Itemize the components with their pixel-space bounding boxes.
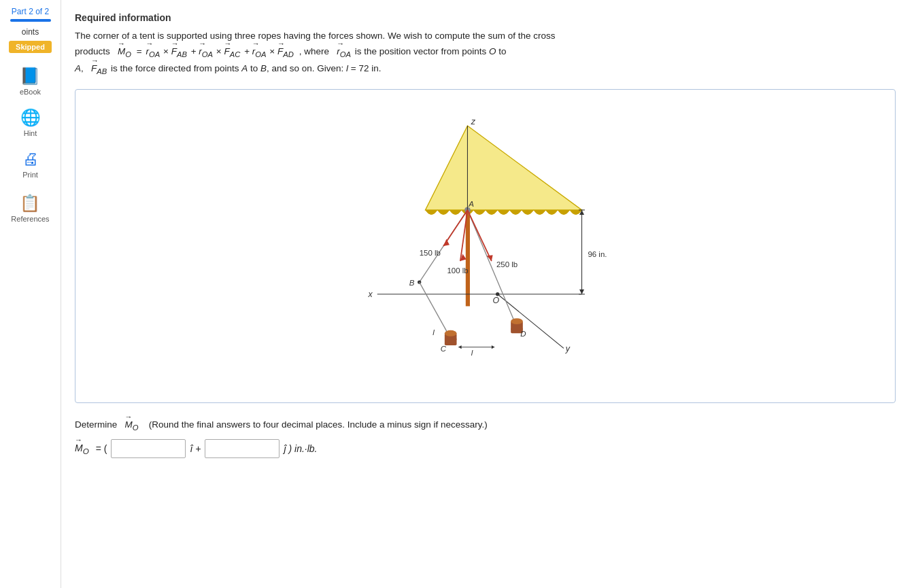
answer-row: → MO = ( î + ĵ ) in.·lb. bbox=[75, 439, 896, 458]
formula-cross1: × bbox=[163, 46, 171, 56]
figure-container: z x y O A B bbox=[75, 89, 896, 403]
formula-cross2: × bbox=[216, 46, 224, 56]
progress-bar bbox=[10, 19, 51, 22]
part-label: Part 2 of 2 bbox=[12, 7, 49, 16]
svg-line-15 bbox=[419, 282, 449, 336]
formula-roa-def: → rOA bbox=[337, 44, 351, 61]
formula-plus1: + bbox=[191, 46, 199, 56]
sidebar: Part 2 of 2 oints Skipped 📘 eBook 🌐 Hint… bbox=[0, 0, 61, 588]
formula-fad: → FAD bbox=[277, 44, 294, 61]
ebook-label: eBook bbox=[20, 88, 41, 96]
hint-icon: 🌐 bbox=[20, 108, 41, 127]
svg-text:96 in.: 96 in. bbox=[588, 249, 607, 258]
svg-marker-28 bbox=[491, 345, 494, 349]
determine-note: (Round the final answers to four decimal… bbox=[149, 419, 488, 430]
print-icon: 🖨 bbox=[22, 150, 39, 169]
problem-description: The corner of a tent is supported using … bbox=[75, 29, 896, 78]
diagram-svg: z x y O A B bbox=[329, 97, 642, 396]
print-label: Print bbox=[22, 171, 38, 179]
problem-text-4: A, bbox=[75, 63, 88, 73]
svg-line-7 bbox=[497, 294, 563, 348]
main-content: Required information The corner of a ten… bbox=[61, 0, 916, 588]
answer-eq: = ( bbox=[96, 443, 107, 454]
required-title: Required information bbox=[75, 12, 896, 23]
svg-text:y: y bbox=[564, 343, 570, 353]
svg-marker-27 bbox=[458, 345, 461, 349]
problem-text-3: is the position vector from points O to bbox=[355, 46, 507, 56]
references-icon: 📋 bbox=[20, 194, 40, 213]
svg-text:l: l bbox=[432, 328, 435, 336]
sidebar-item-ebook[interactable]: 📘 eBook bbox=[20, 67, 41, 96]
svg-text:D: D bbox=[520, 329, 526, 337]
formula-cross3: × bbox=[269, 46, 277, 56]
svg-marker-41 bbox=[579, 289, 584, 294]
references-label: References bbox=[11, 215, 49, 223]
svg-point-23 bbox=[511, 318, 523, 324]
formula-fac: → FAC bbox=[224, 44, 241, 61]
sidebar-item-print[interactable]: 🖨 Print bbox=[22, 150, 39, 179]
svg-text:250 lb: 250 lb bbox=[496, 260, 517, 269]
points-label: oints bbox=[22, 27, 39, 37]
i-hat-label: î + bbox=[190, 443, 201, 454]
ebook-icon: 📘 bbox=[20, 67, 40, 86]
progress-bar-fill bbox=[10, 19, 51, 22]
svg-text:O: O bbox=[492, 296, 499, 305]
svg-point-18 bbox=[444, 330, 456, 336]
problem-text-5: is the force directed from points A to B… bbox=[111, 63, 381, 73]
formula-roa3: → rOA bbox=[252, 44, 267, 61]
answer-input-j[interactable] bbox=[205, 439, 279, 458]
svg-text:x: x bbox=[367, 290, 373, 299]
svg-text:z: z bbox=[470, 117, 475, 126]
hint-label: Hint bbox=[24, 129, 37, 137]
formula-equals: = bbox=[137, 46, 142, 56]
formula-fab-def: → FAB bbox=[91, 61, 107, 78]
svg-rect-1 bbox=[465, 209, 469, 306]
answer-input-i[interactable] bbox=[111, 439, 186, 458]
skipped-badge: Skipped bbox=[9, 41, 52, 53]
determine-section: Determine → MO (Round the final answers … bbox=[75, 419, 896, 459]
answer-vector-label: → MO bbox=[75, 443, 89, 455]
determine-vector: → MO bbox=[125, 419, 139, 432]
formula-plus2: + bbox=[244, 46, 252, 56]
svg-line-36 bbox=[467, 209, 491, 260]
sidebar-item-hint[interactable]: 🌐 Hint bbox=[20, 108, 41, 137]
formula-where: , where bbox=[299, 46, 335, 56]
svg-text:150 lb: 150 lb bbox=[419, 249, 440, 257]
formula-roa1: → rOA bbox=[146, 44, 160, 61]
determine-text: Determine → MO (Round the final answers … bbox=[75, 419, 896, 432]
formula-fab: → FAB bbox=[171, 44, 187, 61]
svg-text:l: l bbox=[471, 349, 473, 357]
j-hat-label: ĵ ) in.·lb. bbox=[284, 443, 317, 454]
svg-text:A: A bbox=[468, 200, 474, 208]
svg-marker-0 bbox=[425, 126, 581, 210]
svg-point-13 bbox=[418, 280, 421, 283]
svg-text:C: C bbox=[440, 344, 446, 352]
determine-label: Determine bbox=[75, 419, 117, 430]
svg-text:B: B bbox=[409, 279, 414, 287]
formula-roa2: → rOA bbox=[199, 44, 213, 61]
svg-text:100 lb: 100 lb bbox=[447, 266, 468, 274]
svg-marker-31 bbox=[443, 239, 449, 246]
sidebar-item-references[interactable]: 📋 References bbox=[11, 194, 49, 223]
formula-mo: → MO bbox=[118, 44, 131, 61]
